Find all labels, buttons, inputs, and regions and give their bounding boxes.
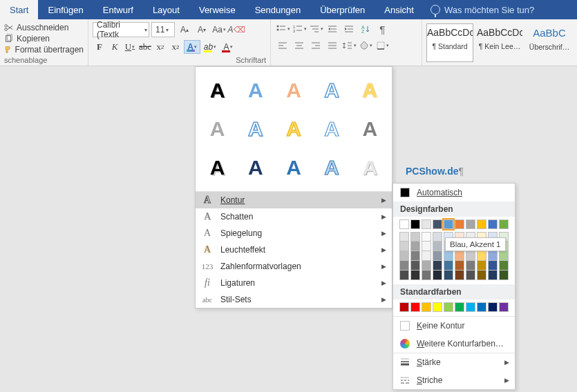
standard-swatch-7[interactable] [477, 302, 486, 312]
tint-swatch-8-2[interactable] [488, 251, 498, 261]
theme-swatch-0[interactable] [399, 219, 409, 229]
tint-swatch-1-4[interactable] [410, 271, 420, 280]
no-outline[interactable]: Keine Kontur [393, 317, 515, 335]
increase-indent-button[interactable] [341, 22, 357, 36]
tint-swatch-1-2[interactable] [410, 251, 420, 261]
tint-swatch-2-3[interactable] [422, 261, 431, 271]
tint-swatch-4-3[interactable] [444, 261, 453, 271]
fx-menu-ligaturen[interactable]: fiLigaturen▶ [196, 275, 392, 291]
cut-button[interactable]: Ausschneiden [4, 22, 84, 33]
tint-swatch-6-2[interactable] [466, 251, 475, 261]
fx-preset-7[interactable]: A [236, 110, 274, 148]
italic-button[interactable]: K [108, 40, 122, 54]
format-painter-button[interactable]: Format übertragen [4, 44, 84, 55]
highlight-color-button[interactable]: ab▾ [202, 40, 218, 54]
tint-swatch-6-3[interactable] [466, 261, 475, 271]
theme-swatch-5[interactable] [455, 219, 464, 229]
tint-swatch-5-3[interactable] [455, 261, 464, 271]
standard-swatch-8[interactable] [488, 302, 498, 312]
tint-swatch-1-1[interactable] [410, 242, 420, 251]
fx-preset-8[interactable]: A [274, 110, 312, 148]
document-text[interactable]: PCShow.de¶ [406, 166, 464, 177]
fx-preset-6[interactable]: A [198, 110, 236, 148]
bold-button[interactable]: F [93, 40, 106, 54]
standard-swatch-1[interactable] [410, 302, 420, 312]
justify-button[interactable] [325, 39, 340, 52]
tint-swatch-4-2[interactable] [444, 251, 453, 261]
align-right-button[interactable] [308, 39, 323, 52]
outline-dashes[interactable]: Striche ▶ [393, 371, 515, 389]
fx-preset-2[interactable]: A [236, 71, 274, 110]
tab-verweise[interactable]: Verweise [189, 0, 245, 19]
tint-swatch-2-0[interactable] [422, 232, 431, 242]
standard-swatch-6[interactable] [466, 302, 475, 312]
tint-swatch-2-2[interactable] [422, 251, 431, 261]
standard-swatch-9[interactable] [499, 302, 509, 312]
tab-ueberpruefen[interactable]: Überprüfen [310, 0, 375, 19]
style-kein-leerraum[interactable]: AaBbCcDc ¶ Kein Lee… [476, 23, 523, 62]
tint-swatch-1-3[interactable] [410, 261, 420, 271]
tint-swatch-1-0[interactable] [410, 232, 420, 242]
theme-swatch-2[interactable] [422, 219, 431, 229]
style-ueberschrift[interactable]: AaBbC Überschrif… [526, 23, 573, 62]
superscript-button[interactable]: x2 [169, 40, 182, 54]
tab-ansicht[interactable]: Ansicht [375, 0, 424, 19]
font-color-button[interactable]: A▾ [220, 40, 236, 54]
fx-preset-5[interactable]: A [351, 71, 389, 110]
sort-button[interactable]: AZ [358, 22, 373, 36]
align-left-button[interactable] [275, 39, 290, 52]
fx-menu-schatten[interactable]: ASchatten▶ [196, 208, 392, 225]
borders-button[interactable]: ▾ [375, 39, 390, 52]
fx-menu-leuchteffekt[interactable]: ALeuchteffekt▶ [196, 242, 392, 258]
tint-swatch-2-4[interactable] [422, 271, 431, 280]
fx-preset-15[interactable]: A [351, 148, 389, 187]
tint-swatch-9-4[interactable] [499, 271, 509, 280]
font-size-combo[interactable]: 11▾ [151, 22, 175, 37]
fx-preset-12[interactable]: A [236, 148, 274, 187]
standard-swatch-5[interactable] [455, 302, 464, 312]
tab-entwurf[interactable]: Entwurf [93, 0, 143, 19]
tint-swatch-7-4[interactable] [477, 271, 486, 280]
standard-swatch-2[interactable] [422, 302, 431, 312]
subscript-button[interactable]: x2 [153, 40, 167, 54]
tint-swatch-5-2[interactable] [455, 251, 464, 261]
tab-layout[interactable]: Layout [143, 0, 189, 19]
theme-swatch-6[interactable] [466, 219, 475, 229]
tab-sendungen[interactable]: Sendungen [245, 0, 311, 19]
theme-swatch-1[interactable] [410, 219, 420, 229]
standard-swatch-4[interactable] [444, 302, 453, 312]
standard-swatch-0[interactable] [399, 302, 409, 312]
tint-swatch-3-3[interactable] [433, 261, 442, 271]
underline-button[interactable]: U▾ [123, 40, 137, 54]
fx-preset-9[interactable]: A [313, 110, 351, 148]
tint-swatch-7-2[interactable] [477, 251, 486, 261]
tint-swatch-9-2[interactable] [499, 251, 509, 261]
outline-weight[interactable]: Stärke ▶ [393, 353, 515, 371]
fx-preset-3[interactable]: A [274, 71, 312, 110]
tint-swatch-4-4[interactable] [444, 271, 453, 280]
fx-menu-kontur[interactable]: AKontur▶ [196, 192, 392, 208]
tint-swatch-3-0[interactable] [433, 232, 442, 242]
tint-swatch-0-3[interactable] [399, 261, 409, 271]
fx-menu-zahlen[interactable]: 123Zahlenformatvorlagen▶ [196, 258, 392, 275]
align-center-button[interactable] [292, 39, 307, 52]
change-case-button[interactable]: Aa▾ [211, 22, 227, 37]
text-effects-button[interactable]: A▾ [184, 40, 200, 54]
grow-font-button[interactable]: A▴ [177, 22, 192, 37]
shrink-font-button[interactable]: A▾ [194, 22, 209, 37]
numbering-button[interactable]: 12▾ [292, 22, 307, 36]
fx-preset-14[interactable]: A [313, 148, 351, 187]
fx-menu-spiegelung[interactable]: ASpiegelung▶ [196, 225, 392, 242]
theme-swatch-3[interactable] [433, 219, 442, 229]
tint-swatch-0-1[interactable] [399, 242, 409, 251]
tint-swatch-3-4[interactable] [433, 271, 442, 280]
fx-menu-stilsets[interactable]: abcStil-Sets▶ [196, 291, 392, 308]
show-marks-button[interactable]: ¶ [375, 22, 390, 36]
tint-swatch-6-4[interactable] [466, 271, 475, 280]
theme-swatch-7[interactable] [477, 219, 486, 229]
tint-swatch-0-2[interactable] [399, 251, 409, 261]
fx-preset-1[interactable]: A [198, 71, 236, 110]
fx-preset-13[interactable]: A [274, 148, 312, 187]
tint-swatch-7-3[interactable] [477, 261, 486, 271]
tint-swatch-0-0[interactable] [399, 232, 409, 242]
